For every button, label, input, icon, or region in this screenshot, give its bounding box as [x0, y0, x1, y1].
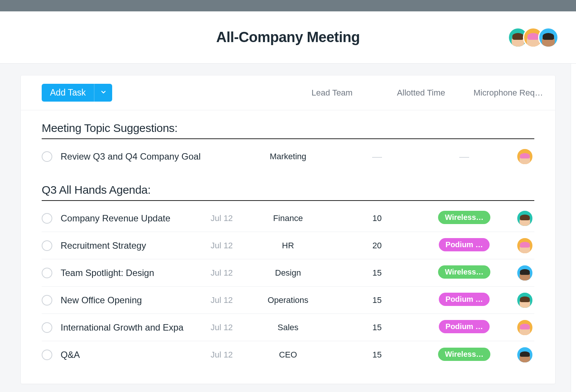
task-date[interactable]: Jul 12 — [211, 350, 233, 359]
task-name[interactable]: Team Spotlight: Design — [61, 268, 154, 278]
task-microphone[interactable]: Podium … — [439, 238, 490, 251]
task-microphone[interactable]: Podium … — [439, 293, 490, 306]
task-name[interactable]: Recruitment Strategy — [61, 240, 146, 251]
avatar[interactable] — [516, 264, 534, 282]
task-lead-team[interactable]: CEO — [279, 350, 297, 359]
task-allotted-time[interactable]: 20 — [373, 241, 382, 250]
task-lead-team[interactable]: Marketing — [270, 152, 307, 161]
column-lead-team[interactable]: Lead Team — [311, 88, 352, 97]
complete-checkbox[interactable] — [42, 213, 52, 224]
task-lead-team[interactable]: Design — [275, 268, 301, 278]
task-date[interactable]: Jul 12 — [211, 213, 233, 223]
column-microphone-required[interactable]: Microphone Req… — [473, 88, 543, 97]
task-allotted-time[interactable]: — — [372, 151, 382, 162]
task-date[interactable]: Jul 12 — [211, 241, 233, 250]
task-row[interactable]: Company Revenue UpdateJul 12Finance10Wir… — [42, 205, 534, 232]
add-task-button[interactable]: Add Task — [42, 84, 94, 102]
task-lead-team[interactable]: HR — [282, 241, 294, 250]
task-microphone[interactable]: Wireless… — [438, 211, 490, 224]
avatar[interactable] — [538, 27, 559, 48]
task-row[interactable]: Recruitment StrategyJul 12HR20Podium … — [42, 232, 534, 259]
task-allotted-time[interactable]: 15 — [373, 350, 382, 359]
complete-checkbox[interactable] — [42, 322, 52, 333]
section-title-agenda[interactable]: Q3 All Hands Agenda: — [42, 183, 534, 201]
task-allotted-time[interactable]: 10 — [373, 213, 382, 223]
avatar[interactable] — [516, 210, 534, 227]
task-row[interactable]: Team Spotlight: DesignJul 12Design15Wire… — [42, 259, 534, 287]
scrollbar-track[interactable] — [571, 64, 576, 392]
complete-checkbox[interactable] — [42, 295, 52, 306]
chevron-down-icon — [100, 89, 107, 97]
task-panel: Add Task Lead Team Allotted Time Microph… — [20, 75, 556, 384]
complete-checkbox[interactable] — [42, 151, 52, 162]
task-row[interactable]: New Office OpeningJul 12Operations15Podi… — [42, 287, 534, 314]
task-name[interactable]: New Office Opening — [61, 295, 142, 305]
complete-checkbox[interactable] — [42, 350, 52, 360]
avatar[interactable] — [516, 292, 534, 309]
task-allotted-time[interactable]: 15 — [373, 323, 382, 332]
task-microphone[interactable]: Wireless… — [438, 265, 490, 279]
task-date[interactable]: Jul 12 — [211, 268, 233, 278]
window-chrome-strip — [0, 0, 576, 11]
task-microphone[interactable]: Podium … — [439, 320, 490, 333]
avatar[interactable] — [516, 148, 534, 165]
project-members[interactable] — [508, 27, 559, 48]
toolbar: Add Task Lead Team Allotted Time Microph… — [21, 75, 555, 110]
task-allotted-time[interactable]: 15 — [373, 268, 382, 278]
avatar[interactable] — [516, 237, 534, 254]
task-row[interactable]: International Growth and ExpaJul 12Sales… — [42, 314, 534, 341]
task-name[interactable]: International Growth and Expa — [61, 322, 183, 332]
task-name[interactable]: Company Revenue Update — [61, 213, 171, 223]
avatar[interactable] — [516, 346, 534, 364]
task-allotted-time[interactable]: 15 — [373, 295, 382, 305]
page-header: All-Company Meeting — [0, 11, 576, 64]
add-task-dropdown-button[interactable] — [94, 84, 112, 102]
task-lead-team[interactable]: Finance — [273, 213, 303, 223]
task-date[interactable]: Jul 12 — [211, 323, 233, 332]
section-title-suggestions[interactable]: Meeting Topic Suggestions: — [42, 122, 534, 139]
task-lead-team[interactable]: Operations — [268, 295, 308, 305]
task-name[interactable]: Q&A — [61, 350, 80, 360]
page-title: All-Company Meeting — [216, 29, 360, 45]
task-row[interactable]: Q&AJul 12CEO15Wireless… — [42, 341, 534, 368]
column-allotted-time[interactable]: Allotted Time — [397, 88, 445, 97]
task-date[interactable]: Jul 12 — [211, 295, 233, 305]
task-microphone[interactable]: — — [459, 151, 469, 162]
task-microphone[interactable]: Wireless… — [438, 348, 490, 361]
task-name[interactable]: Review Q3 and Q4 Company Goals — [61, 151, 201, 162]
task-lead-team[interactable]: Sales — [277, 323, 298, 332]
task-row[interactable]: Review Q3 and Q4 Company GoalsMarketing—… — [42, 143, 534, 170]
complete-checkbox[interactable] — [42, 268, 52, 278]
avatar[interactable] — [516, 319, 534, 336]
complete-checkbox[interactable] — [42, 240, 52, 251]
